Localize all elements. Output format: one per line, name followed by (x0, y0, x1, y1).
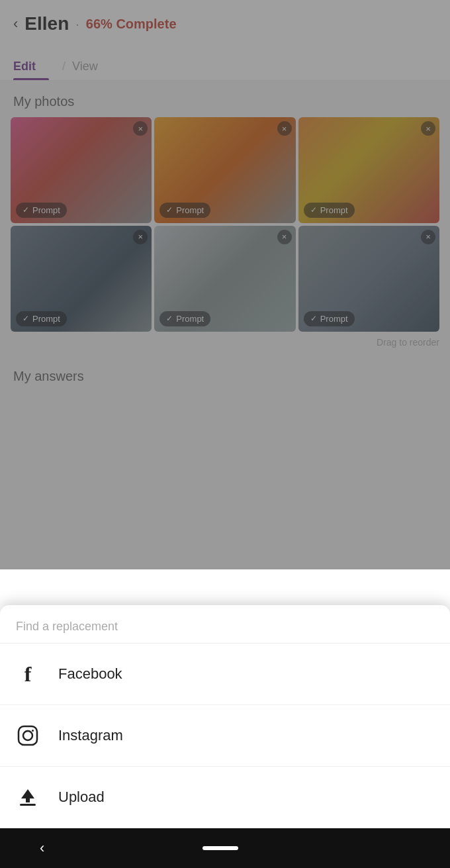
svg-marker-4 (21, 789, 34, 802)
svg-point-2 (32, 730, 34, 732)
svg-rect-3 (20, 804, 36, 806)
svg-point-1 (23, 731, 32, 740)
bottom-sheet: Find a replacement f Facebook Instagram … (0, 605, 450, 828)
facebook-label: Facebook (58, 665, 122, 683)
sheet-item-facebook[interactable]: f Facebook (0, 644, 450, 705)
svg-rect-0 (19, 726, 37, 745)
upload-label: Upload (58, 789, 105, 806)
sheet-item-upload[interactable]: Upload (0, 767, 450, 828)
sheet-item-instagram[interactable]: Instagram (0, 705, 450, 767)
facebook-icon: f (16, 662, 40, 686)
sheet-header-title: Find a replacement (0, 605, 450, 644)
nav-back-button[interactable]: ‹ (40, 840, 44, 857)
instagram-icon (16, 724, 40, 747)
bottom-nav-bar: ‹ (0, 828, 450, 868)
upload-icon (16, 785, 40, 809)
nav-home-indicator[interactable] (202, 846, 238, 850)
background-overlay[interactable] (0, 0, 450, 569)
instagram-label: Instagram (58, 727, 123, 744)
